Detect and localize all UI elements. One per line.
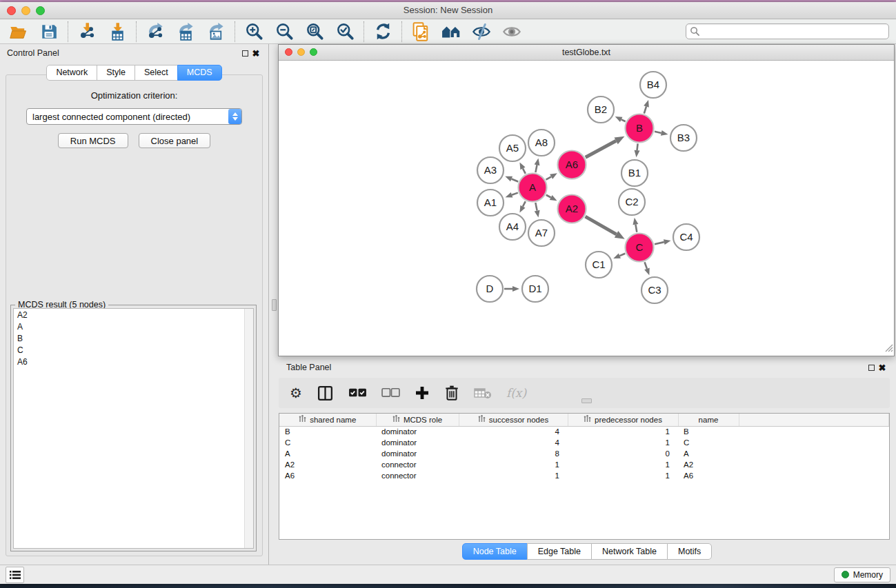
- table-cell[interactable]: dominator: [376, 437, 459, 448]
- graph-node-B1[interactable]: B1: [621, 160, 648, 186]
- graph-node-B3[interactable]: B3: [670, 125, 697, 151]
- horizontal-divider-handle[interactable]: [581, 398, 592, 403]
- network-canvas[interactable]: B4B2BB3A5A8A6A3AB1A1A2C2A4A7C4CC1C3DD1: [279, 61, 893, 355]
- graph-edge-C-C4[interactable]: [655, 242, 664, 244]
- graph-node-C1[interactable]: C1: [586, 252, 612, 278]
- tab-select[interactable]: Select: [135, 65, 178, 81]
- result-item[interactable]: C: [14, 344, 253, 356]
- import-table-icon[interactable]: [108, 22, 127, 41]
- graph-edge-A-A8[interactable]: [535, 165, 537, 172]
- graph-edge-A6-B[interactable]: [586, 141, 616, 157]
- table-cell[interactable]: C: [678, 437, 739, 448]
- graph-node-A3[interactable]: A3: [477, 157, 504, 183]
- deselect-all-icon[interactable]: [381, 383, 400, 403]
- graph-node-B[interactable]: B: [626, 114, 654, 143]
- result-item[interactable]: A: [14, 321, 253, 332]
- table-cell[interactable]: 4: [459, 437, 568, 448]
- copy-network-icon[interactable]: [411, 22, 430, 41]
- graph-edge-C-C2[interactable]: [635, 225, 637, 232]
- graph-node-C3[interactable]: C3: [641, 277, 668, 303]
- tab-network-table[interactable]: Network Table: [591, 543, 668, 560]
- table-cell[interactable]: 1: [568, 470, 678, 481]
- graph-edge-A-A1[interactable]: [512, 193, 518, 195]
- resize-grip-icon[interactable]: [884, 343, 893, 355]
- zoom-out-icon[interactable]: [275, 22, 294, 41]
- table-cell[interactable]: 1: [568, 426, 678, 437]
- table-cell[interactable]: 1: [568, 459, 678, 470]
- open-file-icon[interactable]: [9, 22, 28, 41]
- graph-edge-A-A2[interactable]: [546, 195, 551, 198]
- graph-node-C[interactable]: C: [626, 234, 654, 262]
- result-scrollbar[interactable]: [244, 309, 253, 548]
- graph-edge-A-A3[interactable]: [512, 179, 519, 182]
- result-item[interactable]: B: [14, 332, 253, 344]
- columns-icon[interactable]: [317, 383, 334, 403]
- graph-edge-A-A5[interactable]: [523, 168, 526, 174]
- result-item[interactable]: A6: [14, 356, 253, 367]
- tab-motifs[interactable]: Motifs: [667, 543, 712, 560]
- table-cell[interactable]: A2: [678, 459, 739, 470]
- table-cell[interactable]: B: [279, 426, 376, 437]
- table-row[interactable]: A6connector11A6: [279, 470, 889, 481]
- criterion-dropdown[interactable]: largest connected component (directed): [26, 108, 242, 125]
- table-cell[interactable]: A2: [279, 459, 376, 470]
- column-header-MCDS-role[interactable]: MCDS role: [376, 414, 459, 426]
- graph-edge-B-B4[interactable]: [644, 106, 646, 113]
- table-cell[interactable]: A: [678, 448, 739, 459]
- graph-node-B2[interactable]: B2: [588, 97, 614, 123]
- table-cell[interactable]: 4: [459, 426, 568, 437]
- select-all-icon[interactable]: [348, 383, 367, 403]
- graph-node-A5[interactable]: A5: [499, 135, 526, 161]
- import-network-icon[interactable]: [77, 22, 97, 41]
- graph-node-A[interactable]: A: [519, 174, 547, 202]
- delete-column-icon[interactable]: [444, 383, 459, 403]
- table-row[interactable]: Adominator80A: [279, 448, 889, 459]
- table-row[interactable]: Cdominator41C: [279, 437, 889, 448]
- graph-node-C4[interactable]: C4: [673, 224, 699, 250]
- zoom-fit-icon[interactable]: [305, 22, 324, 41]
- graph-node-C2[interactable]: C2: [619, 189, 645, 215]
- table-cell[interactable]: connector: [376, 470, 459, 481]
- close-table-panel-icon[interactable]: ✖: [877, 362, 888, 373]
- graph-edge-A-A7[interactable]: [535, 203, 537, 211]
- graph-node-A4[interactable]: A4: [499, 214, 526, 240]
- export-table-icon[interactable]: [176, 22, 195, 41]
- tab-mcds[interactable]: MCDS: [177, 65, 222, 81]
- graph-node-A7[interactable]: A7: [528, 220, 555, 246]
- graph-edge-B-B2[interactable]: [621, 119, 626, 121]
- vertical-divider-handle[interactable]: [272, 299, 277, 311]
- tab-edge-table[interactable]: Edge Table: [527, 543, 592, 560]
- table-cell[interactable]: A: [279, 448, 376, 459]
- search-input[interactable]: [686, 23, 889, 39]
- tab-network[interactable]: Network: [46, 65, 97, 81]
- save-session-icon[interactable]: [39, 22, 59, 41]
- graph-edge-B-B3[interactable]: [655, 132, 661, 133]
- gear-icon[interactable]: ⚙: [290, 383, 302, 403]
- column-header-name[interactable]: name: [678, 414, 739, 426]
- tab-style[interactable]: Style: [97, 65, 135, 81]
- run-mcds-button[interactable]: Run MCDS: [58, 133, 128, 148]
- zoom-in-icon[interactable]: [244, 22, 263, 41]
- graph-node-A8[interactable]: A8: [528, 130, 555, 156]
- float-panel-icon[interactable]: [239, 48, 250, 59]
- refresh-icon[interactable]: [373, 22, 392, 41]
- table-cell[interactable]: 8: [459, 448, 568, 459]
- graph-node-D[interactable]: D: [477, 276, 503, 302]
- graph-node-A6[interactable]: A6: [558, 151, 586, 179]
- graph-edge-B-B1[interactable]: [637, 143, 638, 150]
- result-item[interactable]: A2: [14, 309, 253, 321]
- table-cell[interactable]: B: [678, 426, 739, 437]
- graph-edge-A-A4[interactable]: [523, 201, 526, 207]
- task-history-button[interactable]: [6, 567, 24, 583]
- table-row[interactable]: Bdominator41B: [279, 426, 889, 437]
- graph-node-A1[interactable]: A1: [477, 190, 504, 216]
- add-column-icon[interactable]: [415, 383, 430, 403]
- table-cell[interactable]: dominator: [376, 426, 459, 437]
- table-cell[interactable]: dominator: [376, 448, 459, 459]
- graph-edge-A-A6[interactable]: [546, 176, 551, 179]
- close-panel-icon[interactable]: ✖: [250, 48, 261, 59]
- show-hide-graphics-icon[interactable]: [472, 22, 491, 41]
- table-cell[interactable]: 1: [568, 437, 678, 448]
- table-cell[interactable]: 1: [459, 459, 568, 470]
- export-network-icon[interactable]: [146, 22, 165, 41]
